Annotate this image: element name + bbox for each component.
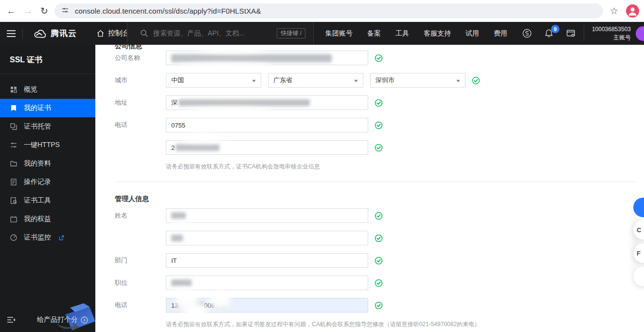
province-value: 广东省 xyxy=(273,76,292,85)
city-row: 城市 中国 广东省 深圳市 xyxy=(115,73,644,88)
menu-item-icp[interactable]: 备案 xyxy=(367,29,381,38)
monitor-gauge-icon xyxy=(10,234,18,241)
search-icon xyxy=(140,29,148,37)
manager-name2-row xyxy=(115,231,644,245)
refresh-icon[interactable]: ↻ xyxy=(36,5,53,17)
manager-name-label: 姓名 xyxy=(115,211,166,220)
global-search-input[interactable]: 搜索资源、产品、API、文档... 快捷键 / xyxy=(127,22,314,45)
company-phone2-input[interactable]: 2 xyxy=(166,140,368,155)
brand-name: 腾讯云 xyxy=(51,28,77,39)
notifications-bell-icon[interactable]: 9 xyxy=(544,28,554,38)
collapse-sidebar-icon[interactable] xyxy=(7,316,16,323)
rate-product-button[interactable]: 给产品打个分 xyxy=(37,315,88,324)
job-title-input[interactable] xyxy=(166,276,368,290)
redacted-value xyxy=(176,144,219,151)
sidebar-item-label: 我的权益 xyxy=(24,215,51,223)
phone-label: 电话 xyxy=(115,121,166,129)
sidebar-item-label: 一键HTTPS xyxy=(24,141,60,149)
site-info-icon[interactable] xyxy=(61,6,69,16)
address-input[interactable]: 深 xyxy=(166,95,368,110)
sidebar-item-cert-hosting[interactable]: 证书托管 xyxy=(0,117,95,136)
feedback-icon[interactable] xyxy=(522,28,532,38)
menu-item-trial[interactable]: 试用 xyxy=(465,29,479,38)
back-icon[interactable]: ← xyxy=(3,6,19,17)
redaction-smudge xyxy=(181,133,225,143)
redacted-value xyxy=(215,302,225,309)
sidebar-nav: 概览 我的证书 证书托管 一键HTTPS 我的资料 操作记录 xyxy=(0,80,95,247)
menu-item-support[interactable]: 客服支持 xyxy=(424,29,451,38)
sidebar-item-my-benefits[interactable]: 我的权益 xyxy=(0,210,95,228)
sidebar-item-operation-records[interactable]: 操作记录 xyxy=(0,173,95,191)
forward-icon[interactable]: → xyxy=(19,6,36,17)
rate-product-label: 给产品打个分 xyxy=(37,315,78,324)
grid-icon xyxy=(10,86,18,93)
company-name-input[interactable] xyxy=(166,51,368,65)
redacted-value xyxy=(171,235,183,241)
manager-phone-input[interactable]: 13 006 xyxy=(166,298,368,313)
company-phone2-row: 2 xyxy=(115,140,644,155)
department-input[interactable]: IT xyxy=(166,253,368,268)
country-select[interactable]: 中国 xyxy=(166,73,261,88)
navbar-menu: 集团账号 备案 工具 客服支持 试用 费用 xyxy=(325,29,507,38)
city-select[interactable]: 深圳市 xyxy=(370,73,465,88)
company-name-row: 公司名称 xyxy=(115,51,644,65)
sidebar-item-overview[interactable]: 概览 xyxy=(0,80,95,99)
url-text[interactable]: console.cloud.tencent.com/ssl/dsc/apply?… xyxy=(75,7,261,15)
browser-profile-avatar[interactable] xyxy=(626,4,639,18)
sidebar-item-one-click-https[interactable]: 一键HTTPS xyxy=(0,136,95,154)
department-label: 部门 xyxy=(115,256,166,265)
redaction-smudge xyxy=(175,290,197,312)
valid-check-icon xyxy=(375,144,383,152)
province-select[interactable]: 广东省 xyxy=(268,73,363,88)
products-menu-icon[interactable] xyxy=(0,30,22,37)
float-button-glyph: C xyxy=(637,226,641,234)
valid-check-icon xyxy=(472,76,480,85)
manager-name2-input[interactable] xyxy=(166,231,368,245)
workorder-icon[interactable] xyxy=(566,28,576,38)
chevron-down-icon xyxy=(354,80,358,82)
valid-check-icon xyxy=(375,99,383,107)
job-title-label: 职位 xyxy=(115,278,166,287)
chevron-right-circle-icon xyxy=(81,316,88,324)
address-bar[interactable]: console.cloud.tencent.com/ssl/dsc/apply?… xyxy=(54,3,603,18)
sidebar-item-my-certificates[interactable]: 我的证书 xyxy=(0,99,95,117)
browser-toolbar: ← → ↻ console.cloud.tencent.com/ssl/dsc/… xyxy=(0,0,644,22)
phone-visible-text: 13 xyxy=(171,302,178,309)
console-link[interactable]: 控制台 xyxy=(96,29,130,38)
address-label: 地址 xyxy=(115,98,166,107)
account-role: 主账号 xyxy=(592,34,631,42)
sidebar-item-cert-monitor[interactable]: 证书监控 xyxy=(0,228,95,247)
cloud-logo-icon xyxy=(34,29,47,38)
menu-item-billing[interactable]: 费用 xyxy=(494,29,507,38)
valid-check-icon xyxy=(375,234,383,242)
notification-count-badge: 9 xyxy=(551,25,559,33)
tencent-cloud-logo[interactable]: 腾讯云 xyxy=(34,28,77,39)
sidebar-footer: 给产品打个分 xyxy=(0,308,95,332)
external-link-icon xyxy=(58,235,65,241)
sidebar-item-cert-tools[interactable]: 证书工具 xyxy=(0,191,95,210)
department-value: IT xyxy=(171,257,177,264)
manager-hint: 请务必预留有效联系方式，如果证书签发过程中有问题，CA机构会联系您指导您修改（请… xyxy=(166,320,644,329)
menu-item-tools[interactable]: 工具 xyxy=(395,29,409,38)
redacted-value xyxy=(171,54,332,62)
valid-check-icon xyxy=(375,279,383,287)
redacted-value xyxy=(171,212,186,219)
manager-name-input[interactable] xyxy=(166,208,368,223)
sidebar-item-my-profile[interactable]: 我的资料 xyxy=(0,154,95,173)
city-value: 深圳市 xyxy=(376,76,394,85)
account-info[interactable]: 100036853503 主账号 xyxy=(584,25,631,42)
company-phone-input[interactable]: 0755 xyxy=(166,118,368,132)
company-name-label: 公司名称 xyxy=(115,54,166,62)
benefits-icon xyxy=(10,215,18,223)
redaction-smudge xyxy=(176,63,273,73)
bookmark-star-icon[interactable]: ☆ xyxy=(610,5,618,17)
search-placeholder: 搜索资源、产品、API、文档... xyxy=(153,29,245,38)
user-avatar[interactable] xyxy=(636,26,644,41)
address-row: 地址 深 xyxy=(115,95,644,110)
home-icon xyxy=(96,29,105,37)
tools-icon xyxy=(10,197,18,204)
menu-item-group-account[interactable]: 集团账号 xyxy=(325,29,353,38)
manager-name-row: 姓名 xyxy=(115,208,644,223)
records-icon xyxy=(10,178,18,186)
valid-check-icon xyxy=(375,121,383,129)
